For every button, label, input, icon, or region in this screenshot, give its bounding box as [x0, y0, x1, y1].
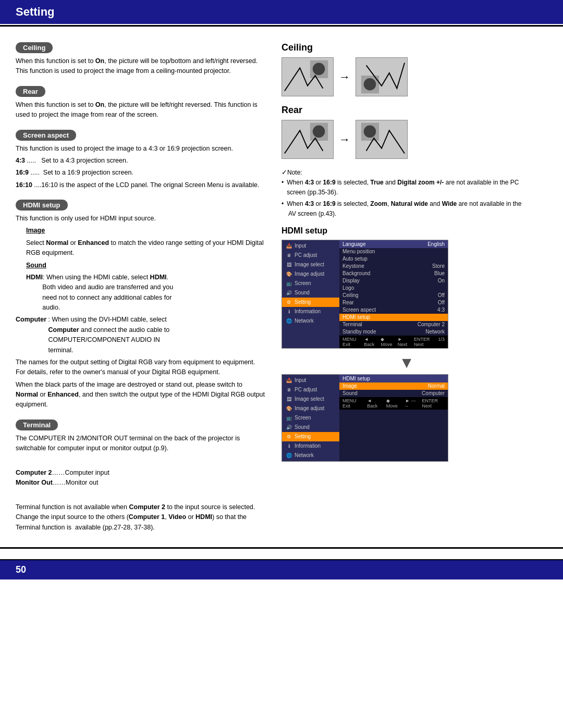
rear-text: When this function is set to On, the pic…: [16, 100, 266, 120]
rear-right-heading: Rear: [282, 105, 532, 116]
menu2-item-network: 🌐Network: [282, 451, 339, 460]
menu2-item-pcadjust: 🖥PC adjust: [282, 385, 339, 394]
svg-point-5: [364, 78, 376, 91]
menu2-left: 📥Input 🖥PC adjust 🖼Image select 🎨Image a…: [282, 375, 339, 461]
terminal-label: Terminal: [16, 419, 58, 430]
page-num-label: 50: [16, 564, 26, 575]
note-1: • When 4:3 or 16:9 is selected, True and…: [282, 178, 532, 197]
menu2-item-imageadjust: 🎨Image adjust: [282, 404, 339, 413]
ceiling-text: When this function is set to On, the pic…: [16, 56, 266, 77]
menu1-row-screenaspect: Screen aspect4:3: [339, 306, 448, 314]
menu1-row-autosetup: Auto setup: [339, 255, 448, 263]
rear-diagram-after: [356, 120, 408, 159]
svg-point-8: [313, 126, 325, 138]
screen-aspect-label: Screen aspect: [16, 130, 76, 141]
menu2-row-image: ImageNormal: [339, 382, 448, 390]
page-header: Setting: [0, 0, 563, 24]
menu1-item-setting: ⚙Setting: [282, 298, 339, 307]
menu1-item-information: ℹInformation: [282, 307, 339, 316]
menu1-row-background: BackgroundBlue: [339, 270, 448, 277]
menu1-right: LanguageEnglish Menu position Auto setup…: [339, 240, 448, 348]
menu1-item-screen: 📺Screen: [282, 279, 339, 288]
menu2-item-imageselect: 🖼Image select: [282, 394, 339, 404]
menu2-item-screen: 📺Screen: [282, 413, 339, 423]
rear-section: Rear When this function is set to On, th…: [16, 81, 266, 120]
note-section: ✓Note: • When 4:3 or 16:9 is selected, T…: [282, 167, 532, 219]
left-column: Ceiling When this function is set to On,…: [16, 37, 266, 537]
menu1-row-hdmisetup: HDMI setup: [339, 314, 448, 321]
footer-line: [0, 547, 563, 549]
ceiling-diagram-after: [356, 57, 408, 96]
menu1-item-imageadjust: 🎨Image adjust: [282, 269, 339, 279]
menu1-item-network: 🌐Network: [282, 316, 339, 326]
menu-screenshot-2: 📥Input 🖥PC adjust 🖼Image select 🎨Image a…: [282, 374, 448, 462]
menu1-row-standby: Standby modeNetwork: [339, 328, 448, 336]
rear-arrow: →: [339, 133, 350, 146]
right-column: Ceiling → Rear: [282, 37, 532, 537]
svg-point-11: [364, 126, 376, 138]
screen-aspect-text: This function is used to project the ima…: [16, 144, 266, 191]
ceiling-diagram-before: [282, 57, 334, 96]
menu1-row-rear: RearOff: [339, 299, 448, 306]
menu1-row-ceiling: CeilingOff: [339, 292, 448, 299]
menu1-header: LanguageEnglish: [339, 240, 448, 248]
hdmi-right-heading: HDMI setup: [282, 226, 532, 236]
ceiling-arrow: →: [339, 70, 350, 84]
menu2-item-sound: 🔊Sound: [282, 423, 339, 432]
ceiling-section: Ceiling When this function is set to On,…: [16, 37, 266, 77]
menu2-item-setting: ⚙Setting: [282, 432, 339, 441]
hdmi-setup-section: HDMI setup This function is only used fo…: [16, 194, 266, 410]
ceiling-right-heading: Ceiling: [282, 42, 532, 53]
rear-diagram: →: [282, 120, 532, 159]
menu2-item-input: 📥Input: [282, 376, 339, 385]
menu1-row-menuposition: Menu position: [339, 248, 448, 255]
page-number: 50: [0, 559, 563, 579]
menu2-right: HDMI setup ImageNormal SoundComputer MEN…: [339, 375, 448, 461]
menu1-left: 📥Input 🖥PC adjust 🖼Image select 🎨Image a…: [282, 240, 339, 348]
menu1-row-logo: Logo: [339, 285, 448, 292]
down-arrow: ▼: [282, 354, 532, 372]
hdmi-setup-label: HDMI setup: [16, 200, 68, 211]
note-2: • When 4:3 or 16:9 is selected, Zoom, Na…: [282, 199, 532, 218]
rear-label: Rear: [16, 86, 45, 97]
menu1-row-keystone: KeystoneStore: [339, 263, 448, 270]
menu2-bottom: MENU Exit ◄ Back ◆ Move ► ----- ENTER Ne…: [339, 397, 448, 410]
page-title: Setting: [16, 5, 55, 18]
ceiling-diagram: →: [282, 57, 532, 96]
menu1-bottom: MENU Exit ◄ Back ◆ Move ► Next ENTER Nex…: [339, 336, 448, 348]
hdmi-setup-text: This function is only used for HDMI inpu…: [16, 214, 266, 410]
menu2-header: HDMI setup: [339, 375, 448, 382]
menu1-item-sound: 🔊Sound: [282, 288, 339, 298]
menu1-item-input: 📥Input: [282, 241, 339, 251]
ceiling-label: Ceiling: [16, 42, 53, 53]
screen-aspect-section: Screen aspect This function is used to p…: [16, 125, 266, 191]
menu1-row-terminal: TerminalComputer 2: [339, 321, 448, 328]
menu1-item-pcadjust: 🖥PC adjust: [282, 251, 339, 260]
rear-diagram-before: [282, 120, 334, 159]
terminal-section: Terminal The COMPUTER IN 2/MONITOR OUT t…: [16, 414, 266, 533]
menu2-row-sound: SoundComputer: [339, 390, 448, 397]
menu-screenshot-1: 📥Input 🖥PC adjust 🖼Image select 🎨Image a…: [282, 240, 448, 349]
svg-point-2: [313, 63, 325, 76]
terminal-text: The COMPUTER IN 2/MONITOR OUT terminal o…: [16, 434, 266, 533]
menu2-item-information: ℹInformation: [282, 441, 339, 451]
menu1-item-imageselect: 🖼Image select: [282, 260, 339, 269]
menu1-row-display: DisplayOn: [339, 277, 448, 285]
header-line: [0, 25, 563, 27]
